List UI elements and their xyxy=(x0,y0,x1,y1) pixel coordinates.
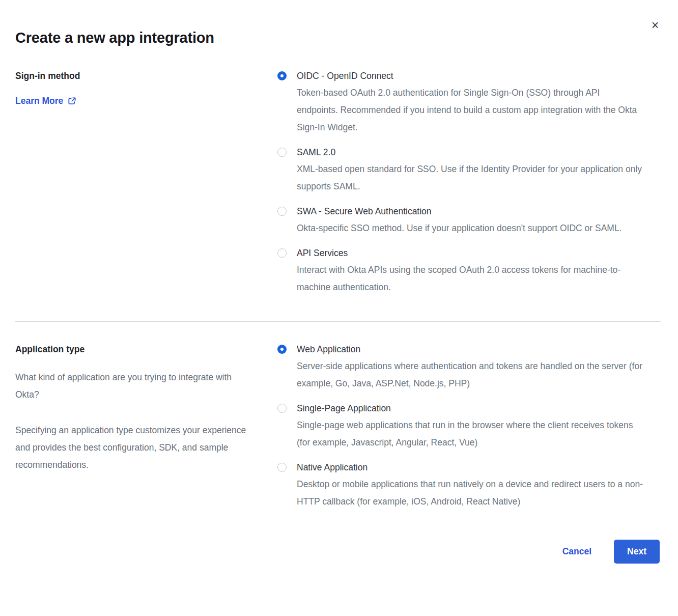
radio-button-native-application[interactable] xyxy=(277,463,287,472)
option-label: Single-Page Application xyxy=(297,402,391,414)
cancel-button[interactable]: Cancel xyxy=(562,546,591,557)
radio-button-swa[interactable] xyxy=(277,207,287,216)
apptype-left-column: Application type What kind of applicatio… xyxy=(15,343,277,473)
signin-method-label: Sign-in method xyxy=(15,70,257,82)
signin-option-oidc-select[interactable]: OIDC - OpenID Connect xyxy=(277,70,643,82)
application-type-label: Application type xyxy=(15,343,257,355)
signin-option-api-services-select[interactable]: API Services xyxy=(277,247,643,259)
option-description: Interact with Okta APIs using the scoped… xyxy=(297,261,643,296)
option-description: Single-page web applications that run in… xyxy=(297,416,643,451)
apptype-option-web: Web Application Server-side applications… xyxy=(277,343,643,392)
external-link-icon xyxy=(68,97,76,105)
signin-option-saml-select[interactable]: SAML 2.0 xyxy=(277,146,643,158)
signin-left-column: Sign-in method Learn More xyxy=(15,70,277,106)
option-label: Web Application xyxy=(297,343,360,355)
option-label: OIDC - OpenID Connect xyxy=(297,70,393,82)
apptype-option-native-select[interactable]: Native Application xyxy=(277,461,643,473)
close-icon[interactable]: × xyxy=(647,17,663,33)
radio-button-single-page-application[interactable] xyxy=(277,404,287,413)
option-description: Server-side applications where authentic… xyxy=(297,357,643,392)
signin-option-oidc: OIDC - OpenID Connect Token-based OAuth … xyxy=(277,70,643,136)
option-label: Native Application xyxy=(297,461,368,473)
signin-option-swa: SWA - Secure Web Authentication Okta-spe… xyxy=(277,205,643,237)
option-label: SWA - Secure Web Authentication xyxy=(297,205,432,217)
learn-more-link[interactable]: Learn More xyxy=(15,96,76,106)
signin-option-api-services: API Services Interact with Okta APIs usi… xyxy=(277,247,643,296)
apptype-option-spa-select[interactable]: Single-Page Application xyxy=(277,402,643,414)
apptype-option-web-select[interactable]: Web Application xyxy=(277,343,643,355)
option-label: SAML 2.0 xyxy=(297,146,335,158)
apptype-option-spa: Single-Page Application Single-page web … xyxy=(277,402,643,451)
option-description: XML-based open standard for SSO. Use if … xyxy=(297,160,643,195)
create-app-integration-modal: × Create a new app integration Sign-in m… xyxy=(0,0,678,564)
page-title: Create a new app integration xyxy=(15,0,661,46)
signin-options-group: OIDC - OpenID Connect Token-based OAuth … xyxy=(277,70,643,296)
radio-button-web-application[interactable] xyxy=(277,345,287,354)
option-label: API Services xyxy=(297,247,348,259)
next-button[interactable]: Next xyxy=(614,540,660,564)
radio-button-oidc[interactable] xyxy=(277,71,287,80)
section-divider xyxy=(15,321,661,322)
option-description: Desktop or mobile applications that run … xyxy=(297,475,643,510)
modal-footer: Cancel Next xyxy=(15,540,661,564)
signin-option-swa-select[interactable]: SWA - Secure Web Authentication xyxy=(277,205,643,217)
option-description: Token-based OAuth 2.0 authentication for… xyxy=(297,84,643,136)
apptype-note: Specifying an application type customize… xyxy=(15,422,256,473)
apptype-options-group: Web Application Server-side applications… xyxy=(277,343,643,510)
application-type-section: Application type What kind of applicatio… xyxy=(15,343,661,510)
apptype-question: What kind of application are you trying … xyxy=(15,369,256,403)
learn-more-label: Learn More xyxy=(15,96,63,106)
radio-button-api-services[interactable] xyxy=(277,248,287,258)
apptype-option-native: Native Application Desktop or mobile app… xyxy=(277,461,643,510)
option-description: Okta-specific SSO method. Use if your ap… xyxy=(297,219,643,237)
signin-option-saml: SAML 2.0 XML-based open standard for SSO… xyxy=(277,146,643,195)
signin-method-section: Sign-in method Learn More OIDC - OpenID … xyxy=(15,70,661,296)
radio-button-saml[interactable] xyxy=(277,148,287,157)
